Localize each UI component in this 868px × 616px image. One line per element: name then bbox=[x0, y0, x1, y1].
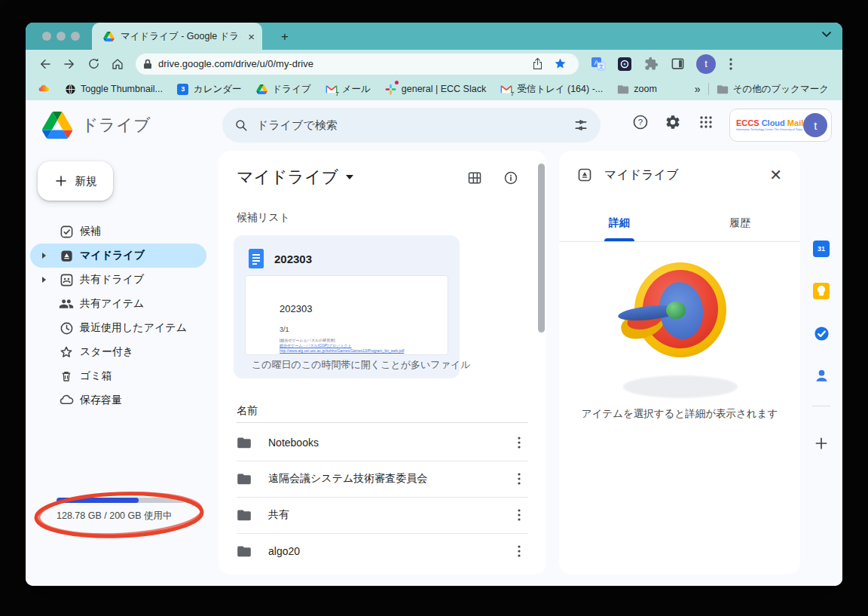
account-chip[interactable]: ECCS Cloud Mail Information Technology C… bbox=[729, 109, 832, 142]
shared-drives-icon bbox=[59, 272, 74, 287]
home-button[interactable] bbox=[108, 54, 127, 74]
calendar-favicon: 3 bbox=[177, 83, 189, 95]
back-button[interactable] bbox=[35, 54, 55, 74]
tab-list-chevron[interactable] bbox=[821, 31, 832, 38]
slack-badge-dot bbox=[395, 81, 399, 84]
rail-divider bbox=[812, 406, 830, 406]
browser-menu-kebab-icon[interactable] bbox=[722, 55, 740, 73]
folder-icon bbox=[717, 83, 729, 95]
bookmark-cloud[interactable] bbox=[38, 83, 50, 95]
file-row-remote-committee[interactable]: 遠隔会議システム技術審査委員会 bbox=[237, 461, 528, 498]
file-list-header-name[interactable]: 名前 bbox=[237, 400, 528, 423]
maximize-window-button[interactable] bbox=[71, 32, 80, 41]
drive-logo[interactable] bbox=[42, 112, 72, 139]
bookmark-slack[interactable]: general | ECC Slack bbox=[385, 83, 486, 95]
minimize-window-button[interactable] bbox=[57, 32, 66, 41]
my-drive-outline-icon bbox=[577, 167, 592, 182]
clock-icon bbox=[59, 320, 74, 336]
bookmark-folder-zoom[interactable]: zoom bbox=[617, 83, 657, 95]
svg-text:?: ? bbox=[638, 118, 643, 127]
settings-gear-icon[interactable] bbox=[658, 107, 688, 137]
details-empty-message: アイテムを選択すると詳細が表示されます bbox=[559, 407, 800, 421]
tab-close-button[interactable]: × bbox=[246, 30, 256, 43]
search-icon bbox=[234, 118, 248, 132]
folder-icon bbox=[237, 509, 252, 521]
help-button[interactable]: ? bbox=[625, 107, 656, 137]
folder-icon bbox=[237, 473, 252, 485]
close-icon[interactable]: ✕ bbox=[769, 166, 782, 184]
file-row-algo20[interactable]: algo20 bbox=[237, 533, 528, 569]
empty-state-illustration bbox=[634, 262, 726, 357]
tasks-icon[interactable] bbox=[812, 324, 830, 342]
bookmark-gmail[interactable]: 7 メール bbox=[326, 83, 371, 96]
sidebar-item-shared-drives[interactable]: 共有ドライブ bbox=[26, 268, 215, 292]
forward-button[interactable] bbox=[60, 54, 79, 74]
sidebar-item-trash[interactable]: ゴミ箱 bbox=[26, 364, 215, 388]
sidebar-item-recent[interactable]: 最近使用したアイテム bbox=[26, 316, 215, 340]
active-tab-underline bbox=[604, 238, 634, 241]
search-placeholder: ドライブで検索 bbox=[257, 118, 573, 133]
browser-profile-avatar[interactable]: t bbox=[696, 54, 716, 74]
bookmarks-divider bbox=[708, 83, 709, 95]
info-icon[interactable] bbox=[500, 167, 521, 188]
bookmark-inbox[interactable]: 7 受信トレイ (164) -... bbox=[500, 83, 603, 96]
bookmark-star-icon[interactable] bbox=[551, 55, 569, 73]
browser-window: マイドライブ - Google ドライブ × + drive.google.co… bbox=[26, 23, 842, 586]
row-menu-kebab-icon[interactable] bbox=[510, 506, 528, 524]
reload-button[interactable] bbox=[84, 54, 103, 74]
browser-tab-active[interactable]: マイドライブ - Google ドライブ × bbox=[92, 23, 262, 50]
sidebar-item-suggested[interactable]: 候補 bbox=[26, 219, 215, 244]
tab-activity[interactable]: 履歴 bbox=[680, 205, 800, 241]
row-menu-kebab-icon[interactable] bbox=[510, 470, 528, 488]
extension-dark-icon[interactable] bbox=[616, 55, 634, 73]
expand-arrow-icon[interactable] bbox=[42, 253, 46, 259]
drive-favicon bbox=[102, 30, 115, 42]
folder-icon bbox=[237, 545, 252, 557]
location-title-dropdown[interactable]: マイドライブ bbox=[237, 166, 353, 188]
bookmark-toggle-thumbnail[interactable]: Toggle Thumbnail... bbox=[64, 83, 163, 95]
bookmark-drive[interactable]: ドライブ bbox=[256, 83, 311, 96]
sidebar-item-starred[interactable]: スター付き bbox=[26, 340, 215, 364]
apps-grid-icon[interactable] bbox=[691, 107, 721, 137]
tab-details[interactable]: 詳細 bbox=[559, 205, 680, 241]
translate-icon[interactable]: A文 bbox=[589, 55, 607, 73]
file-browser-panel: マイドライブ 候補リスト 202303 202303 3/1 bbox=[219, 151, 546, 575]
close-window-button[interactable] bbox=[42, 32, 51, 41]
eccs-logo: ECCS Cloud Mail Information Technology C… bbox=[736, 119, 803, 131]
side-panel-icon[interactable] bbox=[668, 55, 686, 73]
new-tab-button[interactable]: + bbox=[277, 29, 292, 44]
sidebar-item-storage[interactable]: 保存容量 bbox=[26, 388, 215, 412]
address-bar[interactable]: drive.google.com/drive/u/0/my-drive bbox=[136, 54, 579, 75]
bookmarks-overflow-chevron[interactable]: » bbox=[695, 83, 701, 95]
scrollbar-thumb[interactable] bbox=[538, 164, 545, 333]
extensions-puzzle-icon[interactable] bbox=[642, 55, 660, 73]
contacts-icon[interactable] bbox=[812, 366, 830, 385]
slack-icon bbox=[385, 83, 397, 95]
keep-icon[interactable] bbox=[812, 282, 830, 300]
suggested-file-card[interactable]: 202303 202303 3/1 [組合せゲームとパズルの研究会] 組合せゲー… bbox=[234, 235, 460, 378]
share-icon[interactable] bbox=[528, 55, 546, 73]
people-icon bbox=[59, 296, 74, 311]
calendar-icon[interactable]: 31 bbox=[812, 240, 830, 258]
row-menu-kebab-icon[interactable] bbox=[510, 434, 528, 452]
file-preview-thumbnail: 202303 3/1 [組合せゲームとパズルの研究会] 組合せゲーム・パズル(C… bbox=[245, 275, 448, 355]
storage-usage-text: 128.78 GB / 200 GB 使用中 bbox=[57, 510, 173, 523]
search-options-tune-icon[interactable] bbox=[573, 118, 588, 133]
bookmark-calendar[interactable]: 3 カレンダー bbox=[177, 83, 242, 96]
trash-icon bbox=[59, 369, 74, 384]
sidebar-item-shared-with-me[interactable]: 共有アイテム bbox=[26, 292, 215, 316]
file-row-shared[interactable]: 共有 bbox=[237, 497, 528, 534]
search-bar[interactable]: ドライブで検索 bbox=[222, 108, 601, 143]
other-bookmarks[interactable]: その他のブックマーク bbox=[717, 83, 829, 96]
expand-arrow-icon[interactable] bbox=[42, 277, 46, 283]
sidebar-item-my-drive[interactable]: マイドライブ bbox=[26, 244, 215, 268]
suggested-icon bbox=[59, 224, 74, 239]
account-avatar[interactable]: t bbox=[803, 113, 827, 137]
new-button[interactable]: 新規 bbox=[38, 161, 113, 201]
grid-view-toggle-icon[interactable] bbox=[464, 167, 485, 188]
browser-toolbar: drive.google.com/drive/u/0/my-drive A文 t bbox=[26, 50, 842, 78]
get-addons-plus-icon[interactable] bbox=[812, 434, 830, 452]
file-row-notebooks[interactable]: Notebooks bbox=[237, 424, 528, 461]
drive-app-name: ドライブ bbox=[81, 114, 151, 136]
row-menu-kebab-icon[interactable] bbox=[510, 542, 528, 560]
